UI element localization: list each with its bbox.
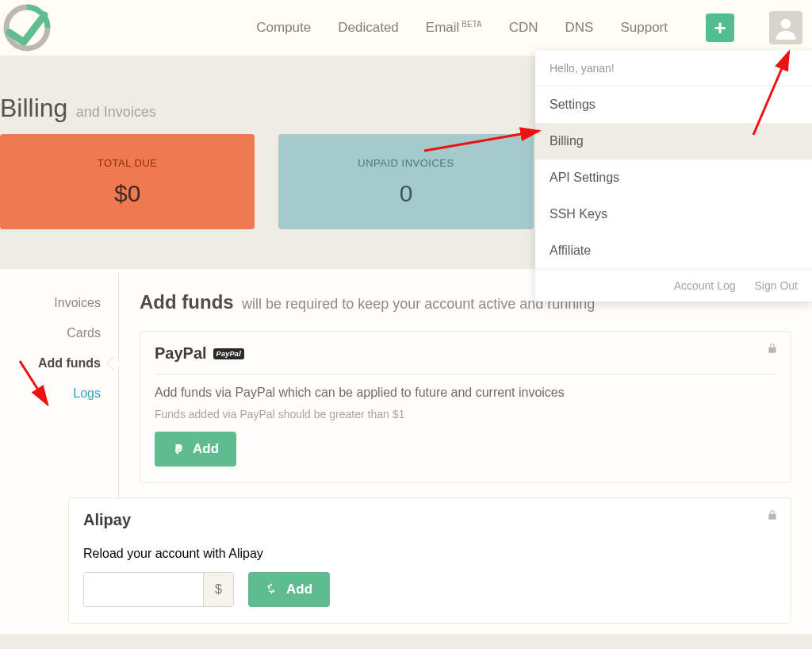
user-dropdown: Hello, yanan! Settings Billing API Setti… bbox=[535, 51, 812, 301]
unpaid-invoices-tile[interactable]: UNPAID INVOICES 0 bbox=[278, 134, 533, 229]
plus-icon: + bbox=[714, 16, 726, 40]
dropdown-ssh-keys[interactable]: SSH Keys bbox=[535, 196, 812, 232]
unpaid-value: 0 bbox=[400, 180, 413, 207]
alipay-desc: Reload your account with Alipay bbox=[83, 547, 776, 561]
paypal-badge-icon: PayPal bbox=[213, 348, 244, 359]
nav-support[interactable]: Support bbox=[620, 20, 668, 36]
content: Add funds will be required to keep your … bbox=[119, 274, 812, 624]
dropdown-footer: Account Log Sign Out bbox=[535, 269, 812, 301]
nav-email[interactable]: EmailBETA bbox=[426, 20, 482, 36]
alipay-panel: Alipay Reload your account with Alipay $… bbox=[68, 497, 791, 624]
currency-label: $ bbox=[203, 573, 233, 606]
alipay-title: Alipay bbox=[83, 511, 776, 529]
main-area: Invoices Cards Add funds Logs Add funds … bbox=[0, 269, 812, 634]
paypal-icon bbox=[172, 443, 185, 455]
svg-point-1 bbox=[781, 19, 791, 29]
sidebar-cards[interactable]: Cards bbox=[0, 318, 118, 348]
lock-icon bbox=[767, 509, 778, 524]
nav-dedicated[interactable]: Dedicated bbox=[338, 20, 399, 36]
sidebar-logs[interactable]: Logs bbox=[0, 378, 118, 409]
dollar-icon bbox=[266, 583, 278, 596]
dropdown-billing[interactable]: Billing bbox=[535, 123, 812, 159]
nav-dns[interactable]: DNS bbox=[565, 20, 594, 36]
page-title: Billing bbox=[0, 94, 67, 122]
beta-badge: BETA bbox=[462, 20, 481, 29]
content-title: Add funds bbox=[140, 291, 234, 313]
paypal-panel: PayPal PayPal Add funds via PayPal which… bbox=[140, 331, 791, 483]
paypal-desc: Add funds via PayPal which can be applie… bbox=[155, 386, 776, 400]
unpaid-label: UNPAID INVOICES bbox=[358, 157, 454, 169]
paypal-note: Funds added via PayPal should be greater… bbox=[155, 408, 776, 421]
dropdown-greeting: Hello, yanan! bbox=[535, 51, 812, 86]
amount-input-group: $ bbox=[83, 572, 234, 607]
sidebar-invoices[interactable]: Invoices bbox=[0, 288, 118, 318]
dropdown-api-settings[interactable]: API Settings bbox=[535, 159, 812, 196]
divider bbox=[155, 374, 776, 374]
total-due-label: TOTAL DUE bbox=[98, 157, 158, 169]
nav-compute[interactable]: Compute bbox=[256, 20, 311, 36]
top-bar: Compute Dedicated EmailBETA CDN DNS Supp… bbox=[0, 0, 812, 56]
alipay-add-button[interactable]: Add bbox=[248, 572, 330, 607]
alipay-amount-row: $ Add bbox=[83, 572, 776, 607]
sidebar-add-funds[interactable]: Add funds bbox=[0, 348, 118, 378]
paypal-add-button[interactable]: Add bbox=[155, 432, 236, 467]
total-due-value: $0 bbox=[114, 180, 140, 207]
dropdown-affiliate[interactable]: Affiliate bbox=[535, 232, 812, 269]
logo[interactable] bbox=[2, 2, 52, 53]
account-log-link[interactable]: Account Log bbox=[674, 279, 736, 292]
sign-out-link[interactable]: Sign Out bbox=[755, 279, 798, 292]
alipay-amount-input[interactable] bbox=[84, 573, 203, 606]
user-icon bbox=[774, 16, 798, 40]
dropdown-settings[interactable]: Settings bbox=[535, 86, 812, 123]
add-button[interactable]: + bbox=[706, 13, 734, 42]
total-due-tile[interactable]: TOTAL DUE $0 bbox=[0, 134, 255, 229]
paypal-title: PayPal PayPal bbox=[155, 344, 776, 363]
nav-cdn[interactable]: CDN bbox=[509, 20, 538, 36]
page-subtitle: and Invoices bbox=[76, 104, 156, 120]
main-nav: Compute Dedicated EmailBETA CDN DNS Supp… bbox=[256, 11, 802, 44]
lock-icon bbox=[767, 343, 778, 357]
avatar[interactable] bbox=[769, 11, 802, 44]
